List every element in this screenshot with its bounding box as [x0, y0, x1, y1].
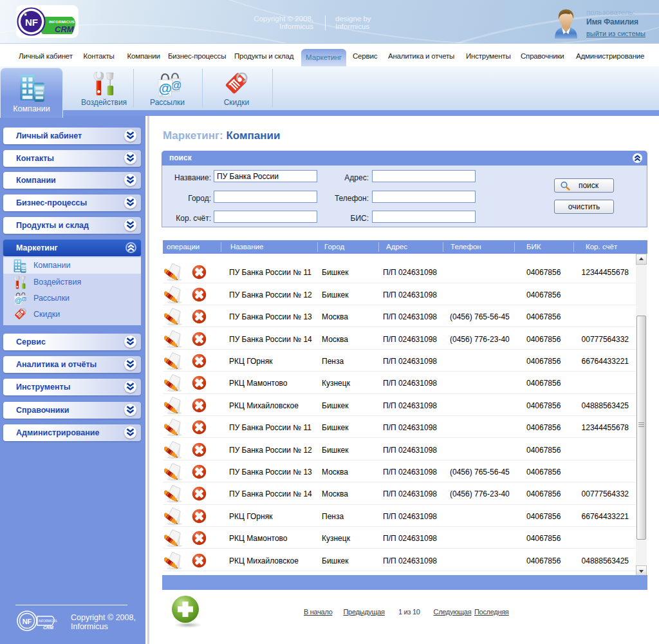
svg-text:INFORMICUS: INFORMICUS: [39, 620, 57, 623]
svg-text:CRM: CRM: [43, 625, 53, 630]
svg-text:INFORMICUS: INFORMICUS: [49, 20, 75, 24]
svg-text:CRM: CRM: [55, 24, 75, 34]
svg-text:NF: NF: [23, 618, 32, 625]
svg-text:NF: NF: [25, 17, 38, 28]
svg-text:@: @: [15, 296, 22, 304]
svg-text:@: @: [159, 80, 172, 95]
